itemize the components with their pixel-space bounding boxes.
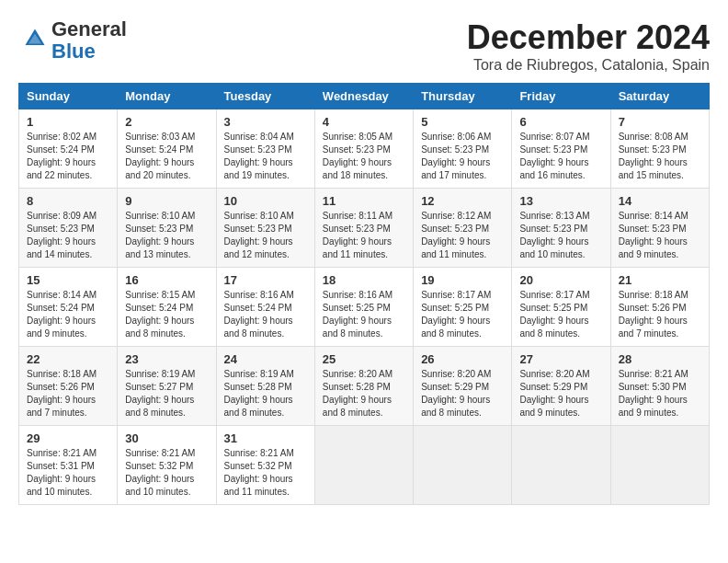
day-number: 30	[125, 431, 208, 445]
day-info: Sunrise: 8:18 AM Sunset: 5:26 PM Dayligh…	[27, 368, 109, 419]
calendar-week-row: 1Sunrise: 8:02 AM Sunset: 5:24 PM Daylig…	[19, 109, 710, 189]
calendar-day-cell: 7Sunrise: 8:08 AM Sunset: 5:23 PM Daylig…	[610, 109, 709, 189]
calendar-day-cell: 1Sunrise: 8:02 AM Sunset: 5:24 PM Daylig…	[19, 109, 118, 189]
calendar-day-cell: 31Sunrise: 8:21 AM Sunset: 5:32 PM Dayli…	[216, 426, 314, 505]
col-thursday: Thursday	[414, 84, 512, 109]
day-number: 10	[224, 194, 307, 208]
logo-general: General	[51, 17, 127, 40]
day-info: Sunrise: 8:17 AM Sunset: 5:25 PM Dayligh…	[519, 289, 602, 340]
calendar-day-cell	[610, 426, 709, 505]
day-number: 13	[519, 194, 602, 208]
day-number: 24	[224, 352, 307, 366]
day-number: 9	[125, 194, 208, 208]
day-number: 17	[224, 273, 307, 287]
logo: General Blue	[18, 18, 127, 63]
logo-text: General Blue	[51, 18, 127, 63]
calendar-day-cell	[512, 426, 610, 505]
calendar-day-cell: 19Sunrise: 8:17 AM Sunset: 5:25 PM Dayli…	[414, 268, 512, 347]
calendar-day-cell: 21Sunrise: 8:18 AM Sunset: 5:26 PM Dayli…	[610, 268, 709, 347]
day-info: Sunrise: 8:18 AM Sunset: 5:26 PM Dayligh…	[619, 289, 701, 340]
day-info: Sunrise: 8:14 AM Sunset: 5:24 PM Dayligh…	[27, 289, 109, 340]
day-info: Sunrise: 8:10 AM Sunset: 5:23 PM Dayligh…	[125, 210, 208, 261]
day-number: 3	[224, 115, 307, 129]
calendar-day-cell: 12Sunrise: 8:12 AM Sunset: 5:23 PM Dayli…	[414, 189, 512, 268]
day-info: Sunrise: 8:02 AM Sunset: 5:24 PM Dayligh…	[27, 131, 109, 182]
day-number: 28	[619, 352, 701, 366]
calendar-day-cell: 10Sunrise: 8:10 AM Sunset: 5:23 PM Dayli…	[216, 189, 314, 268]
calendar-day-cell: 3Sunrise: 8:04 AM Sunset: 5:23 PM Daylig…	[216, 109, 314, 189]
calendar-day-cell	[314, 426, 413, 505]
day-info: Sunrise: 8:19 AM Sunset: 5:28 PM Dayligh…	[224, 368, 307, 419]
day-number: 1	[27, 115, 109, 129]
day-info: Sunrise: 8:17 AM Sunset: 5:25 PM Dayligh…	[421, 289, 504, 340]
calendar-day-cell: 22Sunrise: 8:18 AM Sunset: 5:26 PM Dayli…	[19, 347, 118, 426]
day-number: 5	[421, 115, 504, 129]
day-number: 11	[323, 194, 405, 208]
day-info: Sunrise: 8:10 AM Sunset: 5:23 PM Dayligh…	[224, 210, 307, 261]
calendar-header-row: Sunday Monday Tuesday Wednesday Thursday…	[19, 84, 710, 109]
day-number: 6	[519, 115, 602, 129]
day-info: Sunrise: 8:04 AM Sunset: 5:23 PM Dayligh…	[224, 131, 307, 182]
day-info: Sunrise: 8:20 AM Sunset: 5:28 PM Dayligh…	[323, 368, 405, 419]
calendar-day-cell: 17Sunrise: 8:16 AM Sunset: 5:24 PM Dayli…	[216, 268, 314, 347]
day-number: 22	[27, 352, 109, 366]
calendar-day-cell: 4Sunrise: 8:05 AM Sunset: 5:23 PM Daylig…	[314, 109, 413, 189]
day-info: Sunrise: 8:21 AM Sunset: 5:32 PM Dayligh…	[224, 447, 307, 499]
col-sunday: Sunday	[19, 84, 118, 109]
day-info: Sunrise: 8:19 AM Sunset: 5:27 PM Dayligh…	[125, 368, 208, 419]
day-number: 7	[619, 115, 701, 129]
day-info: Sunrise: 8:05 AM Sunset: 5:23 PM Dayligh…	[323, 131, 405, 182]
day-number: 18	[323, 273, 405, 287]
day-info: Sunrise: 8:20 AM Sunset: 5:29 PM Dayligh…	[519, 368, 602, 419]
day-info: Sunrise: 8:14 AM Sunset: 5:23 PM Dayligh…	[619, 210, 701, 261]
day-info: Sunrise: 8:08 AM Sunset: 5:23 PM Dayligh…	[619, 131, 701, 182]
day-number: 16	[125, 273, 208, 287]
day-number: 20	[519, 273, 602, 287]
calendar-day-cell: 24Sunrise: 8:19 AM Sunset: 5:28 PM Dayli…	[216, 347, 314, 426]
logo-icon	[22, 26, 48, 52]
calendar-day-cell: 15Sunrise: 8:14 AM Sunset: 5:24 PM Dayli…	[19, 268, 118, 347]
calendar-day-cell: 29Sunrise: 8:21 AM Sunset: 5:31 PM Dayli…	[19, 426, 118, 505]
calendar-day-cell: 16Sunrise: 8:15 AM Sunset: 5:24 PM Dayli…	[118, 268, 216, 347]
logo-blue: Blue	[51, 40, 96, 63]
day-info: Sunrise: 8:21 AM Sunset: 5:30 PM Dayligh…	[619, 368, 701, 419]
calendar-day-cell: 8Sunrise: 8:09 AM Sunset: 5:23 PM Daylig…	[19, 189, 118, 268]
calendar-day-cell: 18Sunrise: 8:16 AM Sunset: 5:25 PM Dayli…	[314, 268, 413, 347]
calendar-day-cell: 25Sunrise: 8:20 AM Sunset: 5:28 PM Dayli…	[314, 347, 413, 426]
calendar-day-cell: 11Sunrise: 8:11 AM Sunset: 5:23 PM Dayli…	[314, 189, 413, 268]
location: Tora de Riubregos, Catalonia, Spain	[467, 57, 710, 74]
day-info: Sunrise: 8:15 AM Sunset: 5:24 PM Dayligh…	[125, 289, 208, 340]
page-header: General Blue December 2024 Tora de Riubr…	[18, 18, 710, 74]
month-title: December 2024	[467, 18, 710, 57]
calendar-week-row: 8Sunrise: 8:09 AM Sunset: 5:23 PM Daylig…	[19, 189, 710, 268]
day-info: Sunrise: 8:13 AM Sunset: 5:23 PM Dayligh…	[519, 210, 602, 261]
day-number: 14	[619, 194, 701, 208]
calendar-day-cell: 26Sunrise: 8:20 AM Sunset: 5:29 PM Dayli…	[414, 347, 512, 426]
calendar-day-cell: 13Sunrise: 8:13 AM Sunset: 5:23 PM Dayli…	[512, 189, 610, 268]
calendar-day-cell: 30Sunrise: 8:21 AM Sunset: 5:32 PM Dayli…	[118, 426, 216, 505]
day-number: 8	[27, 194, 109, 208]
day-info: Sunrise: 8:16 AM Sunset: 5:24 PM Dayligh…	[224, 289, 307, 340]
col-friday: Friday	[512, 84, 610, 109]
day-info: Sunrise: 8:16 AM Sunset: 5:25 PM Dayligh…	[323, 289, 405, 340]
calendar-day-cell: 27Sunrise: 8:20 AM Sunset: 5:29 PM Dayli…	[512, 347, 610, 426]
calendar-week-row: 29Sunrise: 8:21 AM Sunset: 5:31 PM Dayli…	[19, 426, 710, 505]
col-wednesday: Wednesday	[314, 84, 413, 109]
col-monday: Monday	[118, 84, 216, 109]
day-number: 15	[27, 273, 109, 287]
day-info: Sunrise: 8:20 AM Sunset: 5:29 PM Dayligh…	[421, 368, 504, 419]
day-number: 27	[519, 352, 602, 366]
calendar-day-cell: 23Sunrise: 8:19 AM Sunset: 5:27 PM Dayli…	[118, 347, 216, 426]
title-section: December 2024 Tora de Riubregos, Catalon…	[467, 18, 710, 74]
day-number: 19	[421, 273, 504, 287]
day-number: 26	[421, 352, 504, 366]
day-number: 31	[224, 431, 307, 445]
col-saturday: Saturday	[610, 84, 709, 109]
day-number: 4	[323, 115, 405, 129]
day-info: Sunrise: 8:12 AM Sunset: 5:23 PM Dayligh…	[421, 210, 504, 261]
calendar-day-cell: 9Sunrise: 8:10 AM Sunset: 5:23 PM Daylig…	[118, 189, 216, 268]
calendar-day-cell: 28Sunrise: 8:21 AM Sunset: 5:30 PM Dayli…	[610, 347, 709, 426]
day-info: Sunrise: 8:07 AM Sunset: 5:23 PM Dayligh…	[519, 131, 602, 182]
day-number: 2	[125, 115, 208, 129]
day-number: 23	[125, 352, 208, 366]
